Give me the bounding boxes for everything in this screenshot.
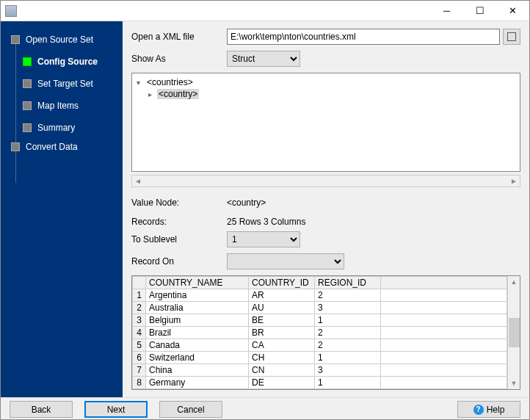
tree-collapse-icon[interactable]: ▾ [137,79,145,87]
cell[interactable]: 1 [315,314,381,327]
showas-label: Show As [131,54,227,64]
table-row[interactable]: 5CanadaCA2 [133,339,507,352]
recordon-select[interactable] [227,253,344,269]
row-number: 6 [133,352,146,364]
cell[interactable]: AU [249,302,315,314]
cell[interactable]: Germany [146,377,249,389]
nav-label: Convert Data [26,142,78,152]
xml-tree-panel[interactable]: ▾ <countries> ▸ <country> [131,73,520,172]
tree-expand-icon[interactable]: ▸ [148,90,157,98]
wizard-sidebar: Open Source SetConfig SourceSet Target S… [1,21,123,397]
data-grid[interactable]: COUNTRY_NAMECOUNTRY_IDREGION_ID1Argentin… [131,275,520,390]
cell[interactable]: Canada [146,339,249,352]
nav-step-3[interactable]: Map Items [1,98,123,114]
cell[interactable]: 2 [315,327,381,339]
cell[interactable]: Brazil [146,327,249,339]
showas-select[interactable]: Struct [227,51,300,67]
table-row[interactable]: 4BrazilBR2 [133,327,507,339]
records-label: Records: [131,217,227,227]
cell[interactable]: China [146,364,249,377]
cell[interactable]: 2 [315,289,381,302]
nav-box-icon [11,35,20,44]
table-row[interactable]: 3BelgiumBE1 [133,314,507,327]
value-node-label: Value Node: [131,198,227,208]
table-row[interactable]: 1ArgentinaAR2 [133,289,507,302]
help-label: Help [487,405,505,415]
row-number: 7 [133,364,146,377]
minimize-button[interactable]: ─ [430,1,463,21]
recordon-label: Record On [131,256,227,267]
cell[interactable]: 3 [315,364,381,377]
tree-hscrollbar[interactable]: ◄► [131,175,520,187]
grid-vscrollbar[interactable]: ▲ ▼ [507,276,520,389]
nav-label: Open Source Set [26,35,93,45]
tree-root-node[interactable]: <countries> [145,77,195,87]
button-footer: Back Next Cancel ?Help [1,397,529,420]
cell[interactable]: Australia [146,302,249,314]
nav-step-1[interactable]: Config Source [1,54,123,70]
browse-button[interactable] [503,29,520,45]
value-node-value: <country> [227,198,266,208]
table-row[interactable]: 2AustraliaAU3 [133,302,507,314]
nav-label: Set Target Set [37,79,93,89]
scroll-down-icon[interactable]: ▼ [511,380,518,387]
titlebar: ─ ☐ ✕ [1,1,529,21]
scroll-left-icon[interactable]: ◄ [134,177,142,185]
row-number: 4 [133,327,146,339]
cell[interactable]: BR [249,327,315,339]
cell[interactable]: CN [249,364,315,377]
nav-label: Config Source [37,57,98,67]
cell[interactable]: 1 [315,352,381,364]
cell[interactable]: Belgium [146,314,249,327]
cell[interactable]: DE [249,377,315,389]
col-header[interactable]: COUNTRY_ID [249,277,315,289]
row-number: 8 [133,377,146,389]
tree-child-node[interactable]: <country> [157,89,199,99]
nav-box-icon [23,101,32,110]
col-header[interactable]: REGION_ID [315,277,381,289]
cell[interactable]: 2 [315,339,381,352]
col-header[interactable]: COUNTRY_NAME [146,277,249,289]
table-row[interactable]: 7ChinaCN3 [133,364,507,377]
scroll-thumb[interactable] [509,318,520,347]
nav-step-0[interactable]: Open Source Set [1,32,123,48]
row-header-corner [133,277,146,289]
cell[interactable]: 1 [315,377,381,389]
cancel-button[interactable]: Cancel [159,401,222,418]
next-button[interactable]: Next [84,401,148,418]
table-row[interactable]: 6SwitzerlandCH1 [133,352,507,364]
col-header-spacer [381,277,507,289]
nav-box-icon [11,142,20,151]
records-value: 25 Rows 3 Columns [227,217,305,227]
table-row[interactable]: 8GermanyDE1 [133,377,507,389]
cell[interactable]: CH [249,352,315,364]
nav-step-5[interactable]: Convert Data [1,139,123,155]
cell[interactable]: CA [249,339,315,352]
close-button[interactable]: ✕ [496,1,529,21]
row-number: 5 [133,339,146,352]
content-panel: Open a XML file Show As Struct ▾ <countr… [123,21,529,397]
row-number: 3 [133,314,146,327]
cell[interactable]: 3 [315,302,381,314]
cell[interactable]: AR [249,289,315,302]
row-number: 1 [133,289,146,302]
back-button[interactable]: Back [10,401,73,418]
nav-label: Map Items [37,101,79,111]
cell[interactable]: BE [249,314,315,327]
nav-box-icon [23,79,32,88]
help-button[interactable]: ?Help [457,401,520,418]
help-icon: ? [473,405,484,415]
cell[interactable]: Switzerland [146,352,249,364]
sublevel-select[interactable]: 1 [227,231,300,247]
nav-step-2[interactable]: Set Target Set [1,76,123,92]
row-number: 2 [133,302,146,314]
maximize-button[interactable]: ☐ [463,1,496,21]
scroll-right-icon[interactable]: ► [510,177,518,185]
scroll-up-icon[interactable]: ▲ [511,278,518,286]
nav-step-4[interactable]: Summary [1,120,123,136]
nav-box-icon [23,123,32,132]
nav-box-icon [23,57,32,66]
nav-label: Summary [37,123,75,133]
file-path-input[interactable] [227,29,500,45]
cell[interactable]: Argentina [146,289,249,302]
